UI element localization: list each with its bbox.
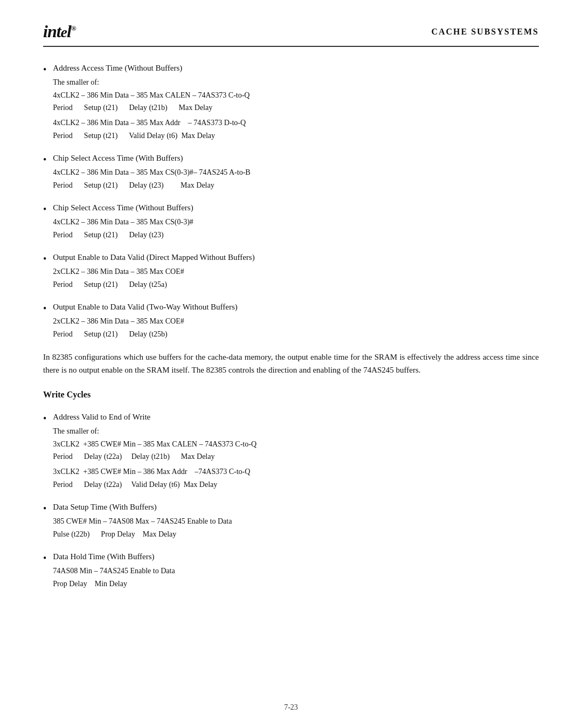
page-number: 7-23 xyxy=(284,703,298,712)
bullet-icon-2: • xyxy=(43,153,46,167)
bullet-address-access-time: • Address Access Time (Without Buffers) … xyxy=(43,62,539,142)
formula-w1a: 3xCLK2 +385 CWE# Min – 385 Max CALEN – 7… xyxy=(53,438,539,464)
bullet-title-w2: Data Setup Time (With Buffers) xyxy=(53,501,539,513)
bullet-title-3: Chip Select Access Time (Without Buffers… xyxy=(53,202,539,214)
bullet-icon-5: • xyxy=(43,302,46,315)
smaller-of-w1: The smaller of: xyxy=(53,425,539,437)
bullet-icon-4: • xyxy=(43,252,46,266)
bullet-icon-1: • xyxy=(43,63,46,77)
bullet-icon-3: • xyxy=(43,203,46,216)
formula-1a: 4xCLK2 – 386 Min Data – 385 Max CALEN – … xyxy=(53,89,539,115)
bullet-content-w3: Data Hold Time (With Buffers) 74AS08 Min… xyxy=(53,551,539,590)
bullet-content-5: Output Enable to Data Valid (Two-Way Wit… xyxy=(53,301,539,341)
formula-w1b: 3xCLK2 +385 CWE# Min – 386 Max Addr –74A… xyxy=(53,465,539,491)
intel-logo: intel® xyxy=(43,22,76,42)
bullet-chip-select-without-buffers: • Chip Select Access Time (Without Buffe… xyxy=(43,202,539,242)
paragraph-buffers: In 82385 configurations which use buffer… xyxy=(43,351,539,376)
write-cycles-heading: Write Cycles xyxy=(43,388,539,401)
bullet-title-w3: Data Hold Time (With Buffers) xyxy=(53,551,539,563)
smaller-of-1: The smaller of: xyxy=(53,77,539,88)
formula-w2a: 385 CWE# Min – 74AS08 Max – 74AS245 Enab… xyxy=(53,515,539,541)
bullet-title-w1: Address Valid to End of Write xyxy=(53,411,539,423)
formula-2a: 4xCLK2 – 386 Min Data – 385 Max CS(0-3)#… xyxy=(53,166,539,192)
bullet-title-4: Output Enable to Data Valid (Direct Mapp… xyxy=(53,251,539,264)
page: intel® CACHE SUBSYSTEMS • Address Access… xyxy=(0,0,582,728)
bullet-data-hold-time: • Data Hold Time (With Buffers) 74AS08 M… xyxy=(43,551,539,590)
bullet-icon-w2: • xyxy=(43,502,46,516)
bullet-data-setup-time: • Data Setup Time (With Buffers) 385 CWE… xyxy=(43,501,539,541)
header-title: CACHE SUBSYSTEMS xyxy=(431,27,539,37)
formula-w3a: 74AS08 Min – 74AS245 Enable to Data Prop… xyxy=(53,565,539,590)
bullet-title-2: Chip Select Access Time (With Buffers) xyxy=(53,152,539,164)
page-header: intel® CACHE SUBSYSTEMS xyxy=(43,22,539,47)
bullet-icon-w3: • xyxy=(43,552,46,565)
formula-4a: 2xCLK2 – 386 Min Data – 385 Max COE# Per… xyxy=(53,265,539,291)
bullet-output-enable-direct: • Output Enable to Data Valid (Direct Ma… xyxy=(43,251,539,291)
bullet-title-5: Output Enable to Data Valid (Two-Way Wit… xyxy=(53,301,539,313)
formula-1b: 4xCLK2 – 386 Min Data – 385 Max Addr – 7… xyxy=(53,116,539,142)
formula-3a: 4xCLK2 – 386 Min Data – 385 Max CS(0-3)#… xyxy=(53,216,539,242)
bullet-content-3: Chip Select Access Time (Without Buffers… xyxy=(53,202,539,242)
bullet-content-w1: Address Valid to End of Write The smalle… xyxy=(53,411,539,491)
bullet-icon-w1: • xyxy=(43,412,46,425)
bullet-address-valid-end-write: • Address Valid to End of Write The smal… xyxy=(43,411,539,491)
bullet-output-enable-twoway: • Output Enable to Data Valid (Two-Way W… xyxy=(43,301,539,341)
formula-5a: 2xCLK2 – 386 Min Data – 385 Max COE# Per… xyxy=(53,315,539,341)
bullet-content-2: Chip Select Access Time (With Buffers) 4… xyxy=(53,152,539,192)
bullet-content-1: Address Access Time (Without Buffers) Th… xyxy=(53,62,539,142)
bullet-content-w2: Data Setup Time (With Buffers) 385 CWE# … xyxy=(53,501,539,541)
bullet-title-1: Address Access Time (Without Buffers) xyxy=(53,62,539,74)
main-content: • Address Access Time (Without Buffers) … xyxy=(43,62,539,590)
bullet-chip-select-with-buffers: • Chip Select Access Time (With Buffers)… xyxy=(43,152,539,192)
bullet-content-4: Output Enable to Data Valid (Direct Mapp… xyxy=(53,251,539,291)
